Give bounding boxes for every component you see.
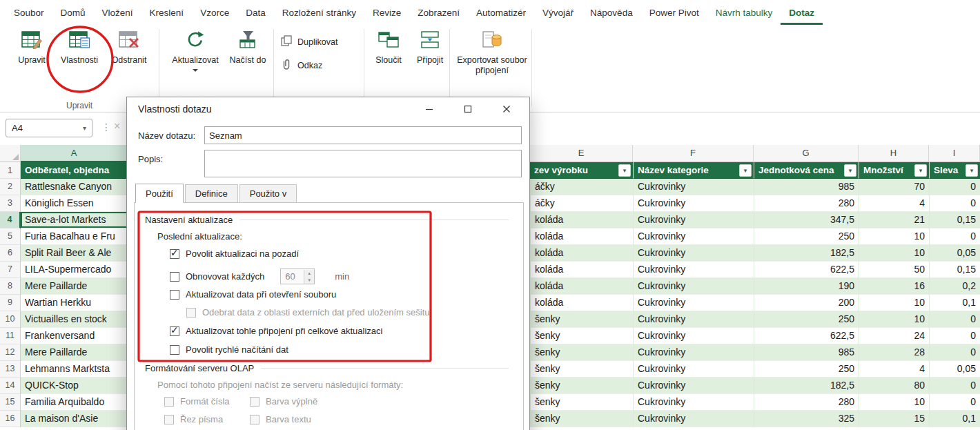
ribbon-tab-0[interactable]: Soubor	[6, 0, 52, 25]
cell-A6[interactable]: Split Rail Beer & Ale	[21, 245, 128, 262]
select-all-corner[interactable]	[0, 145, 21, 162]
splitter-dots-icon[interactable]: ⋮	[101, 121, 111, 133]
ribbon-tab-1[interactable]: Domů	[52, 0, 94, 25]
cell-G4[interactable]: 347,5	[754, 212, 859, 228]
ribbon-tab-11[interactable]: Nápověda	[582, 0, 641, 25]
cell-F2[interactable]: Cukrovinky	[633, 179, 754, 195]
filter-button-discount[interactable]: ▾	[966, 164, 978, 177]
description-input[interactable]	[204, 150, 522, 177]
cell-E3[interactable]: áčky	[530, 195, 633, 212]
row-number-11[interactable]: 11	[0, 328, 21, 344]
duplicate-button[interactable]: Duplikovat	[280, 35, 337, 49]
row-number-10[interactable]: 10	[0, 311, 21, 328]
refresh-interval-input[interactable]: 60 ▲ ▼	[280, 268, 315, 284]
column-header-F[interactable]: F	[633, 145, 754, 162]
checkbox-checked-icon[interactable]	[170, 326, 179, 336]
cell-E6[interactable]: koláda	[530, 245, 633, 262]
filter-button-quantity[interactable]: ▾	[914, 164, 927, 177]
column-header-E[interactable]: E	[530, 145, 633, 162]
cell-E14[interactable]: šenky	[530, 378, 633, 394]
cell-G8[interactable]: 190	[754, 278, 859, 295]
cell-H16[interactable]: 15	[859, 411, 929, 427]
cell-A16[interactable]: La maison d'Asie	[21, 411, 128, 427]
ribbon-tab-9[interactable]: Automatizér	[468, 0, 534, 25]
cell-A7[interactable]: LILA-Supermercado	[21, 262, 128, 278]
cell-F15[interactable]: Cukrovinky	[633, 394, 754, 411]
maximize-button[interactable]	[459, 97, 477, 121]
filter-button-product[interactable]: ▾	[618, 164, 631, 177]
cell-I8[interactable]: 0,2	[929, 278, 980, 295]
checkbox-unchecked-icon[interactable]	[170, 272, 179, 282]
refresh-button[interactable]: Aktualizovat	[166, 30, 225, 72]
row-number-15[interactable]: 15	[0, 394, 21, 411]
cell-A2[interactable]: Rattlesnake Canyon	[21, 179, 128, 195]
cell-I16[interactable]: 0,1	[929, 411, 980, 427]
row-number-6[interactable]: 6	[0, 245, 21, 262]
row-number-12[interactable]: 12	[0, 344, 21, 361]
cell-G5[interactable]: 250	[754, 228, 859, 245]
cell-G11[interactable]: 622,5	[754, 328, 859, 344]
ribbon-tab-10[interactable]: Vývojář	[534, 0, 582, 25]
cell-H2[interactable]: 70	[859, 179, 929, 195]
ribbon-tab-5[interactable]: Data	[237, 0, 274, 25]
row-number-14[interactable]: 14	[0, 378, 21, 394]
checkbox-row-fast-load[interactable]: Povolit rychlé načítání dat	[170, 344, 288, 355]
cell-H12[interactable]: 28	[859, 344, 929, 361]
cell-E9[interactable]: koláda	[530, 295, 633, 311]
column-header-I[interactable]: I	[929, 145, 980, 162]
tab-used-in[interactable]: Použito v	[239, 184, 297, 204]
cell-G13[interactable]: 250	[754, 361, 859, 378]
row-number-7[interactable]: 7	[0, 262, 21, 278]
cell-E16[interactable]: šenky	[530, 411, 633, 427]
checkbox-checked-icon[interactable]	[170, 249, 179, 259]
cell-A5[interactable]: Furia Bacalhau e Fru	[21, 228, 128, 245]
cell-E10[interactable]: šenky	[530, 311, 633, 328]
cell-G12[interactable]: 985	[754, 344, 859, 361]
cell-A15[interactable]: Familia Arquibaldo	[21, 394, 128, 411]
cell-F10[interactable]: Cukrovinky	[633, 311, 754, 328]
ribbon-tab-6[interactable]: Rozložení stránky	[274, 0, 364, 25]
spinner-down-icon[interactable]: ▼	[304, 277, 314, 284]
header-cell-product[interactable]: zev výrobku ▾	[530, 162, 633, 179]
row-number-16[interactable]: 16	[0, 411, 21, 427]
cell-E11[interactable]: šenky	[530, 328, 633, 344]
name-box[interactable]: A4 ▾	[6, 119, 92, 137]
checkbox-row-refresh-every[interactable]: Obnovovat každých 60 ▲ ▼ min	[170, 268, 349, 284]
cell-I4[interactable]: 0,15	[929, 212, 980, 228]
cell-E8[interactable]: koláda	[530, 278, 633, 295]
column-header-H[interactable]: H	[859, 145, 929, 162]
cell-G7[interactable]: 622,5	[754, 262, 859, 278]
row-number-13[interactable]: 13	[0, 361, 21, 378]
cell-A8[interactable]: Mere Paillarde	[21, 278, 128, 295]
cell-F9[interactable]: Cukrovinky	[633, 295, 754, 311]
export-connection-button[interactable]: Exportovat soubor připojení	[454, 30, 530, 76]
query-name-input[interactable]	[204, 126, 522, 144]
cell-A14[interactable]: QUICK-Stop	[21, 378, 128, 394]
header-cell-quantity[interactable]: Množství ▾	[859, 162, 929, 179]
cell-A4[interactable]: Save-a-lot Markets	[21, 212, 128, 228]
cell-H6[interactable]: 10	[859, 245, 929, 262]
cell-F13[interactable]: Cukrovinky	[633, 361, 754, 378]
cell-F16[interactable]: Cukrovinky	[633, 411, 754, 427]
column-header-G[interactable]: G	[754, 145, 859, 162]
cell-I15[interactable]: 0	[929, 394, 980, 411]
cell-I9[interactable]: 0,1	[929, 295, 980, 311]
cell-G16[interactable]: 325	[754, 411, 859, 427]
cell-H8[interactable]: 16	[859, 278, 929, 295]
cell-H5[interactable]: 10	[859, 228, 929, 245]
row-number-8[interactable]: 8	[0, 278, 21, 295]
cell-H14[interactable]: 80	[859, 378, 929, 394]
cell-F4[interactable]: Cukrovinky	[633, 212, 754, 228]
spinner-buttons[interactable]: ▲ ▼	[304, 270, 314, 284]
cell-G9[interactable]: 200	[754, 295, 859, 311]
cell-H11[interactable]: 24	[859, 328, 929, 344]
cell-H10[interactable]: 10	[859, 311, 929, 328]
append-button[interactable]: Připojit	[411, 30, 449, 66]
row-number-1[interactable]: 1	[0, 162, 21, 179]
checkbox-unchecked-icon[interactable]	[170, 290, 179, 300]
cell-I7[interactable]: 0,15	[929, 262, 980, 278]
cell-A10[interactable]: Victuailles en stock	[21, 311, 128, 328]
cell-F8[interactable]: Cukrovinky	[633, 278, 754, 295]
spinner-up-icon[interactable]: ▲	[304, 270, 314, 277]
row-number-5[interactable]: 5	[0, 228, 21, 245]
